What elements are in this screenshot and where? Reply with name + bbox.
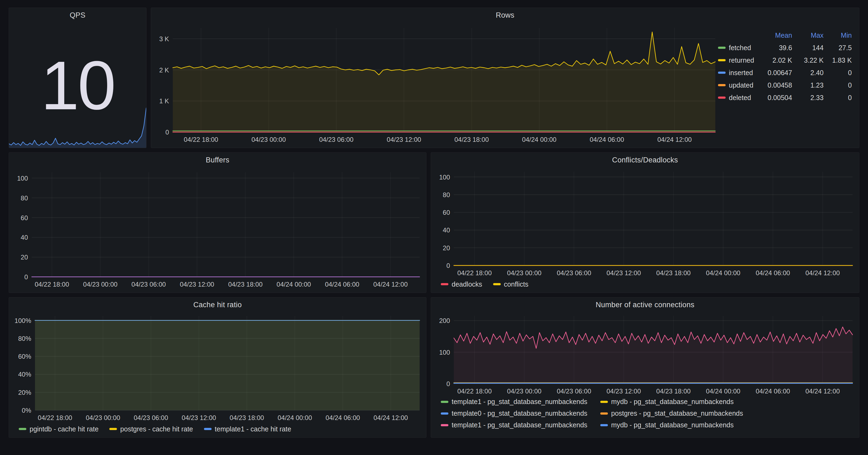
x-tick-label: 04/24 12:00 — [373, 281, 408, 288]
y-tick-label: 0 — [24, 273, 28, 281]
x-tick-label: 04/24 12:00 — [373, 414, 408, 421]
x-tick-label: 04/24 00:00 — [706, 388, 741, 395]
dashboard-row-3: Cache hit ratio 0%20%40%60%80%100%04/22 … — [9, 297, 859, 437]
legend-swatch — [441, 283, 448, 285]
legend-item[interactable]: conflicts — [493, 280, 528, 288]
legend-label: conflicts — [504, 280, 528, 288]
panel-conflicts-deadlocks: Conflicts/Deadlocks 02040608010004/22 18… — [431, 152, 859, 293]
panel-title-connections[interactable]: Number of active connections — [596, 301, 694, 309]
legend-swatch — [600, 401, 608, 403]
legend-min-value: 0 — [824, 79, 852, 91]
legend-swatch — [441, 424, 448, 426]
legend-swatch — [718, 46, 725, 49]
legend-label: deleted — [729, 94, 751, 102]
legend-item[interactable]: mydb - pg_stat_database_numbackends — [600, 421, 859, 429]
legend-swatch — [204, 428, 212, 430]
legend-label: pgintdb - cache hit rate — [30, 425, 98, 433]
legend-item[interactable]: template1 - pg_stat_database_numbackends — [441, 421, 600, 429]
buffers-chart[interactable]: 02040608010004/22 18:0004/23 00:0004/23 … — [9, 167, 426, 290]
legend-label: updated — [729, 82, 753, 89]
legend-min-value: 1.83 K — [824, 54, 852, 66]
x-tick-label: 04/23 18:00 — [228, 281, 262, 288]
y-tick-label: 40 — [21, 234, 28, 241]
y-tick-label: 100 — [17, 175, 28, 182]
legend-item[interactable]: mydb - pg_stat_database_numbackends — [600, 398, 859, 405]
legend-sort-max[interactable]: Max — [792, 29, 824, 41]
x-tick-label: 04/24 12:00 — [805, 388, 840, 395]
legend-item[interactable]: template1 - pg_stat_database_numbackends — [441, 398, 600, 405]
x-tick-label: 04/22 18:00 — [35, 281, 69, 288]
legend-max-value: 3.22 K — [792, 54, 824, 66]
x-tick-label: 04/24 06:00 — [756, 269, 790, 277]
x-tick-label: 04/24 00:00 — [278, 414, 312, 421]
panel-header: Cache hit ratio — [9, 297, 426, 312]
legend-swatch — [109, 428, 117, 430]
legend-item[interactable]: postgres - pg_stat_database_numbackends — [600, 410, 859, 417]
cache-chart[interactable]: 0%20%40%60%80%100%04/22 18:0004/23 00:00… — [9, 312, 426, 423]
legend-mean-value: 0.00458 — [754, 79, 792, 91]
panel-title-buffers[interactable]: Buffers — [206, 156, 229, 164]
legend-min-value: 27.5 — [824, 41, 852, 54]
cache-legend: pgintdb - cache hit ratepostgres - cache… — [9, 423, 426, 437]
panel-header: Buffers — [9, 153, 426, 167]
legend-item[interactable]: inserted — [718, 66, 754, 79]
connections-chart[interactable]: 010020004/22 18:0004/23 00:0004/23 06:00… — [431, 312, 859, 397]
qps-value: 10 — [9, 23, 146, 148]
x-tick-label: 04/24 00:00 — [522, 136, 557, 143]
legend-label: template0 - pg_stat_database_numbackends — [452, 410, 587, 417]
rows-chart[interactable]: 01 K2 K3 K04/22 18:0004/23 00:0004/23 06… — [151, 23, 718, 145]
y-tick-label: 40 — [443, 226, 450, 234]
y-tick-label: 80% — [18, 335, 31, 342]
y-tick-label: 2 K — [159, 66, 169, 74]
legend-swatch — [600, 424, 608, 426]
x-tick-label: 04/23 12:00 — [387, 136, 421, 143]
legend-item[interactable]: returned — [718, 54, 754, 66]
x-tick-label: 04/23 12:00 — [180, 281, 214, 288]
panel-qps: QPS 10 — [9, 8, 147, 148]
qps-body: 10 — [9, 23, 146, 148]
rows-legend-table: MeanMaxMinfetched39.614427.5returned2.02… — [718, 23, 859, 146]
legend-label: postgres - cache hit rate — [120, 425, 193, 433]
y-tick-label: 60 — [21, 214, 28, 222]
legend-label: inserted — [729, 69, 753, 77]
legend-item[interactable]: template0 - pg_stat_database_numbackends — [441, 410, 600, 417]
legend-item[interactable]: deleted — [718, 91, 754, 104]
panel-header: Conflicts/Deadlocks — [431, 153, 859, 167]
y-tick-label: 0% — [22, 407, 31, 414]
x-tick-label: 04/22 18:00 — [38, 414, 72, 421]
panel-title-cache[interactable]: Cache hit ratio — [193, 301, 242, 309]
panel-rows: Rows 01 K2 K3 K04/22 18:0004/23 00:0004/… — [151, 8, 859, 148]
legend-item[interactable]: deadlocks — [441, 280, 482, 288]
panel-active-connections: Number of active connections 010020004/2… — [431, 297, 859, 437]
legend-sort-mean[interactable]: Mean — [754, 29, 792, 41]
legend-mean-value: 0.00504 — [754, 91, 792, 104]
legend-swatch — [718, 59, 725, 61]
legend-max-value: 2.33 — [792, 91, 824, 104]
legend-sort-min[interactable]: Min — [824, 29, 852, 41]
legend-item[interactable]: pgintdb - cache hit rate — [19, 425, 98, 433]
x-tick-label: 04/23 18:00 — [656, 388, 691, 395]
panel-title-qps[interactable]: QPS — [70, 11, 86, 20]
legend-item[interactable]: updated — [718, 79, 754, 91]
panel-title-rows[interactable]: Rows — [496, 11, 515, 20]
panel-title-conflicts[interactable]: Conflicts/Deadlocks — [612, 156, 678, 164]
grafana-dashboard: QPS 10 Rows 01 K2 K3 K04/22 18:0004/23 0… — [0, 0, 868, 455]
x-tick-label: 04/24 06:00 — [325, 281, 360, 288]
legend-label: returned — [729, 56, 754, 64]
y-tick-label: 20% — [18, 389, 31, 396]
x-tick-label: 04/24 06:00 — [590, 136, 624, 143]
x-tick-label: 04/23 18:00 — [454, 136, 489, 143]
legend-swatch — [19, 428, 26, 430]
legend-max-value: 1.23 — [792, 79, 824, 91]
x-tick-label: 04/23 06:00 — [131, 281, 166, 288]
legend-item[interactable]: postgres - cache hit rate — [109, 425, 193, 433]
x-tick-label: 04/23 12:00 — [607, 269, 641, 277]
dashboard-row-2: Buffers 02040608010004/22 18:0004/23 00:… — [9, 152, 859, 293]
legend-item[interactable]: template1 - cache hit rate — [204, 425, 291, 433]
legend-item[interactable]: fetched — [718, 41, 754, 54]
y-tick-label: 1 K — [159, 97, 169, 105]
conflicts-chart[interactable]: 02040608010004/22 18:0004/23 00:0004/23 … — [431, 167, 859, 279]
legend-label: template1 - pg_stat_database_numbackends — [452, 398, 587, 405]
y-tick-label: 0 — [165, 129, 169, 136]
x-tick-label: 04/23 06:00 — [557, 269, 591, 277]
